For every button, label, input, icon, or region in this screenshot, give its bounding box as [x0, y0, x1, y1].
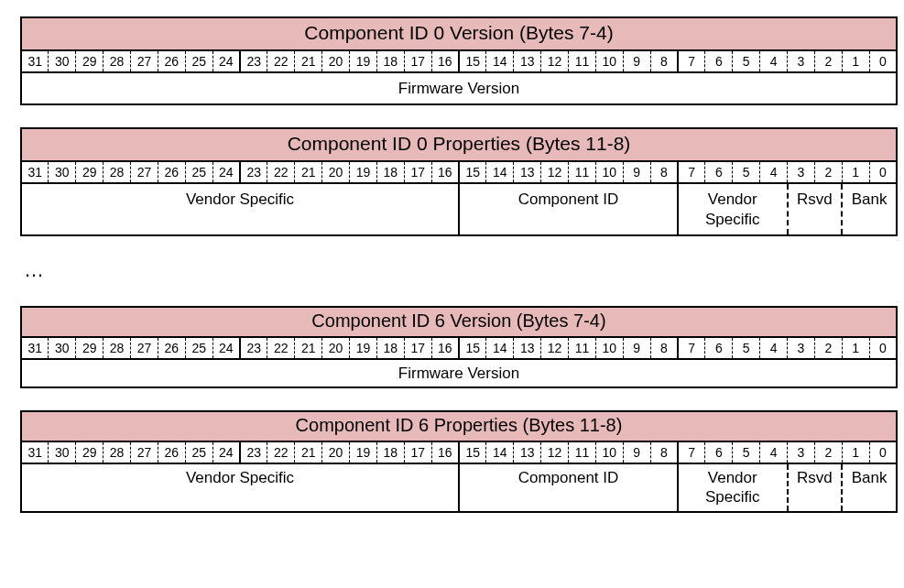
bit-cell: 3 [788, 441, 815, 463]
bit-cell: 26 [158, 441, 185, 463]
bit-cell: 22 [267, 161, 295, 183]
bit-cell: 25 [185, 441, 212, 463]
bit-cell: 2 [814, 337, 842, 359]
bit-cell: 7 [678, 337, 705, 359]
bit-cell: 9 [623, 337, 650, 359]
bit-cell: 10 [595, 441, 623, 463]
bit-cell: 17 [404, 337, 431, 359]
bit-cell: 18 [376, 161, 404, 183]
bit-cell: 22 [267, 337, 295, 359]
bit-cell: 15 [459, 161, 486, 183]
bit-cell: 14 [486, 441, 514, 463]
bit-cell: 20 [322, 337, 350, 359]
bit-cell: 5 [733, 337, 760, 359]
bit-cell: 13 [514, 161, 541, 183]
bit-cell: 18 [376, 337, 404, 359]
bit-cell: 16 [431, 441, 459, 463]
bit-cell: 16 [431, 337, 459, 359]
bit-cell: 4 [760, 337, 788, 359]
field-reserved: Rsvd [788, 183, 843, 235]
bit-index-row: 3130292827262524 2322212019181716 151413… [21, 50, 897, 72]
bit-cell: 3 [788, 161, 815, 183]
field-vendor-specific-low: Vendor Specific [678, 183, 788, 235]
bit-cell: 26 [158, 161, 185, 183]
bit-cell: 25 [185, 50, 212, 72]
bit-cell: 20 [322, 441, 350, 463]
bit-cell: 20 [322, 50, 350, 72]
register-table-comp6-properties: Component ID 6 Properties (Bytes 11-8) 3… [20, 410, 898, 513]
bit-cell: 1 [842, 161, 869, 183]
bit-cell: 22 [267, 50, 295, 72]
bit-cell: 0 [869, 337, 897, 359]
bit-cell: 18 [376, 50, 404, 72]
bit-cell: 0 [869, 441, 897, 463]
bit-index-row: 3130292827262524 2322212019181716 151413… [21, 161, 897, 183]
field-component-id: Component ID [459, 463, 678, 512]
bit-cell: 2 [814, 161, 842, 183]
bit-cell: 29 [76, 50, 103, 72]
bit-cell: 9 [623, 50, 650, 72]
register-title: Component ID 0 Properties (Bytes 11-8) [21, 128, 897, 161]
bit-cell: 3 [788, 337, 815, 359]
bit-cell: 24 [212, 441, 240, 463]
bit-cell: 17 [404, 161, 431, 183]
bit-cell: 1 [842, 50, 869, 72]
bit-cell: 28 [103, 337, 131, 359]
bit-cell: 12 [541, 161, 569, 183]
bit-cell: 4 [760, 50, 788, 72]
bit-cell: 22 [267, 441, 295, 463]
field-firmware-version: Firmware Version [21, 72, 897, 104]
bit-cell: 7 [678, 50, 705, 72]
bit-cell: 30 [49, 161, 76, 183]
register-title: Component ID 6 Version (Bytes 7-4) [21, 307, 897, 337]
bit-cell: 3 [788, 50, 815, 72]
bit-cell: 6 [705, 50, 733, 72]
register-table-comp0-version: Component ID 0 Version (Bytes 7-4) 31302… [20, 16, 898, 105]
field-row: Firmware Version [21, 359, 897, 387]
bit-cell: 8 [650, 161, 678, 183]
bit-cell: 10 [595, 50, 623, 72]
bit-cell: 13 [514, 337, 541, 359]
bit-cell: 30 [49, 337, 76, 359]
bit-cell: 14 [486, 337, 514, 359]
bit-cell: 21 [295, 161, 322, 183]
bit-cell: 5 [733, 441, 760, 463]
bit-cell: 12 [541, 50, 569, 72]
bit-cell: 23 [240, 50, 267, 72]
bit-cell: 18 [376, 441, 404, 463]
bit-cell: 6 [705, 441, 733, 463]
bit-cell: 23 [240, 441, 267, 463]
bit-cell: 4 [760, 161, 788, 183]
bit-cell: 0 [869, 50, 897, 72]
field-vendor-specific: Vendor Specific [21, 183, 459, 235]
bit-cell: 11 [569, 337, 596, 359]
register-title: Component ID 0 Version (Bytes 7-4) [21, 17, 897, 50]
bit-cell: 29 [76, 161, 103, 183]
bit-cell: 15 [459, 337, 486, 359]
bit-cell: 31 [21, 441, 49, 463]
bit-cell: 1 [842, 441, 869, 463]
bit-cell: 11 [569, 161, 596, 183]
bit-cell: 27 [131, 337, 158, 359]
bit-cell: 9 [623, 441, 650, 463]
register-title: Component ID 6 Properties (Bytes 11-8) [21, 411, 897, 441]
bit-cell: 30 [49, 441, 76, 463]
bit-cell: 29 [76, 441, 103, 463]
bit-cell: 4 [760, 441, 788, 463]
bit-cell: 6 [705, 337, 733, 359]
register-table-comp0-properties: Component ID 0 Properties (Bytes 11-8) 3… [20, 127, 898, 236]
bit-cell: 5 [733, 50, 760, 72]
bit-cell: 21 [295, 337, 322, 359]
bit-cell: 21 [295, 50, 322, 72]
bit-cell: 10 [595, 337, 623, 359]
bit-cell: 21 [295, 441, 322, 463]
bit-cell: 19 [350, 337, 377, 359]
field-firmware-version: Firmware Version [21, 359, 897, 387]
bit-cell: 28 [103, 161, 131, 183]
ellipsis: … [24, 258, 899, 282]
bit-cell: 16 [431, 161, 459, 183]
field-vendor-specific: Vendor Specific [21, 463, 459, 512]
bit-cell: 11 [569, 441, 596, 463]
bit-cell: 26 [158, 50, 185, 72]
bit-cell: 16 [431, 50, 459, 72]
